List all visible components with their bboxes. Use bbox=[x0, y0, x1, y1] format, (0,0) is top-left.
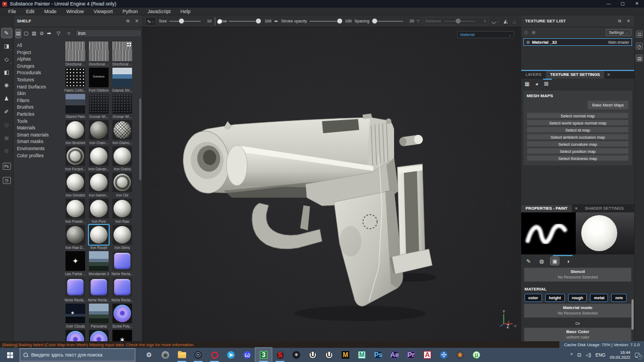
shelf-resource[interactable]: Iron Grinded bbox=[64, 173, 87, 199]
shelf-resource[interactable]: Niche Recta... bbox=[111, 251, 134, 277]
folder-icon[interactable]: ▤ bbox=[16, 29, 21, 38]
tab-properties-paint[interactable]: PROPERTIES - PAINT bbox=[521, 205, 572, 212]
polygon-fill-tool[interactable]: ◧ bbox=[2, 68, 12, 77]
clock[interactable]: 16:44 09.03.2022 bbox=[610, 350, 630, 360]
volume-icon[interactable]: ◁) bbox=[586, 352, 591, 358]
material-ball-icon[interactable]: ◑ bbox=[564, 257, 572, 265]
distance-slider[interactable] bbox=[444, 21, 475, 22]
close-button[interactable]: ✕ bbox=[630, 0, 644, 8]
resource-thumbnail[interactable] bbox=[65, 251, 85, 271]
start-button[interactable] bbox=[0, 348, 20, 362]
close-panel-icon[interactable]: ✕ bbox=[135, 19, 139, 24]
resource-thumbnail[interactable] bbox=[65, 94, 85, 114]
alpha-icon[interactable]: ◍ bbox=[538, 257, 546, 265]
texture-set-row[interactable]: ⊙ Material _32 Main shader bbox=[523, 38, 632, 46]
symmetry-settings-icon[interactable]: ◎ bbox=[2, 120, 12, 129]
gear-settings-icon[interactable]: ⚙ bbox=[2, 146, 12, 156]
fill-settings-icon[interactable]: ▦ bbox=[524, 80, 529, 87]
menu-item-help[interactable]: Help bbox=[175, 8, 195, 15]
photoshop-icon[interactable]: Ps bbox=[370, 348, 386, 362]
size-slider-handle[interactable] bbox=[179, 19, 184, 23]
stroke-opacity-slider-handle[interactable] bbox=[337, 19, 342, 23]
eraser-tool[interactable]: ◨⌄ bbox=[2, 41, 12, 51]
shelf-resource[interactable]: Iron Pure bbox=[87, 199, 110, 225]
shelf-category-alphas[interactable]: Alphas bbox=[16, 56, 64, 62]
shelf-resource[interactable]: Iron Chain... bbox=[87, 120, 110, 146]
audio-device-icon[interactable]: ◉ bbox=[157, 348, 174, 362]
shelf-resource[interactable] bbox=[111, 330, 134, 341]
shelf-resource[interactable]: Over Clouds bbox=[64, 304, 87, 330]
after-effects-icon[interactable]: Ae bbox=[386, 348, 403, 362]
settings-gear-icon[interactable]: ⚙ bbox=[141, 348, 157, 362]
brush-alpha-chip[interactable] bbox=[214, 17, 216, 26]
size-slider[interactable] bbox=[169, 21, 201, 22]
select-map-button[interactable]: Select position map bbox=[527, 148, 629, 154]
spacing-slider[interactable] bbox=[372, 21, 403, 22]
resource-thumbnail[interactable] bbox=[112, 41, 132, 61]
shelf-category-procedurals[interactable]: Procedurals bbox=[16, 70, 64, 75]
shelf-resource[interactable]: Grunge Wi... bbox=[111, 94, 134, 120]
shelf-resource[interactable]: Iron Forged... bbox=[64, 146, 87, 173]
paint-tool[interactable]: ✎⌄ bbox=[2, 28, 12, 38]
shelf-category-smart-materials[interactable]: Smart materials bbox=[16, 132, 64, 138]
blue-app-icon[interactable]: ✣ bbox=[436, 348, 452, 362]
menu-item-mode[interactable]: Mode bbox=[39, 8, 62, 15]
shelf-category-skin[interactable]: Skin bbox=[16, 91, 64, 96]
telegram-icon[interactable]: ➤ bbox=[223, 348, 239, 362]
tab-texture-set-settings[interactable]: TEXTURE SET SETTINGS bbox=[546, 71, 604, 79]
shelf-resource[interactable]: Panorama bbox=[87, 304, 110, 330]
display-settings-icon[interactable]: ⊡ bbox=[636, 31, 643, 38]
tray-expand-icon[interactable]: ^ bbox=[570, 352, 573, 358]
resource-thumbnail[interactable] bbox=[112, 225, 132, 245]
float-panel-icon[interactable]: ⧉ bbox=[618, 19, 622, 24]
3ds-max-icon[interactable]: 3 bbox=[255, 348, 272, 362]
resource-thumbnail[interactable] bbox=[65, 277, 85, 297]
shelf-category-environments[interactable]: Environments bbox=[16, 146, 64, 151]
shelf-category-textures[interactable]: Textures bbox=[16, 77, 64, 82]
viewport-3d[interactable]: Material ⌄ Y x Z -U bbox=[142, 27, 521, 341]
brush-icon[interactable]: ✎ bbox=[524, 257, 533, 265]
shelf-resource[interactable]: Iron Rough bbox=[87, 225, 110, 251]
resource-thumbnail[interactable] bbox=[112, 173, 132, 192]
shelf-resource[interactable]: Fabric Celtic... bbox=[64, 68, 87, 94]
settings-dropdown[interactable]: Settings ⌄ bbox=[606, 29, 631, 36]
resource-thumbnail[interactable] bbox=[112, 304, 132, 323]
select-map-button[interactable]: Select curvature map bbox=[527, 141, 629, 147]
shelf-resource[interactable]: Iron Shiny bbox=[111, 225, 134, 251]
menu-item-viewport[interactable]: Viewport bbox=[89, 8, 118, 15]
select-map-button[interactable]: Select ambient occlusion map bbox=[527, 134, 629, 140]
shelf-resource[interactable] bbox=[64, 330, 87, 341]
shelf-category-hard-surfaces[interactable]: Hard Surfaces bbox=[16, 84, 64, 90]
ring-filter-icon[interactable]: ○ bbox=[65, 29, 73, 38]
select-map-button[interactable]: Select world space normal map bbox=[527, 120, 629, 126]
discord-icon[interactable]: ω bbox=[239, 348, 255, 362]
unreal-engine-icon[interactable]: U bbox=[305, 348, 321, 362]
shelf-resource[interactable]: Iron Brushed bbox=[64, 120, 87, 146]
float-panel-icon[interactable]: ⧉ bbox=[127, 19, 130, 24]
shelf-category-all[interactable]: All bbox=[16, 43, 64, 48]
channel-toggle-color[interactable]: color bbox=[524, 294, 542, 302]
filter-icon[interactable]: ▽ bbox=[55, 29, 63, 38]
lazy-mouse-icon[interactable]: ◡⌄ bbox=[492, 19, 499, 24]
shelf-resource[interactable]: Iron Hamm... bbox=[87, 173, 110, 199]
visibility-eye-icon[interactable]: ⊙ bbox=[526, 40, 530, 45]
shelf-category-filters[interactable]: Filters bbox=[16, 98, 64, 103]
maya-icon[interactable]: M bbox=[337, 348, 354, 362]
resource-thumbnail[interactable] bbox=[65, 330, 85, 341]
shelf-category-brushes[interactable]: Brushes bbox=[16, 104, 64, 110]
resource-thumbnail[interactable] bbox=[65, 225, 85, 245]
language-indicator[interactable]: ENG bbox=[595, 352, 605, 358]
new-resource-icon[interactable]: ▢ bbox=[24, 29, 29, 38]
resource-thumbnail[interactable] bbox=[112, 199, 132, 218]
falloff-icon[interactable]: ✒ bbox=[274, 19, 278, 24]
steam-icon[interactable]: ☉ bbox=[190, 348, 206, 362]
resource-thumbnail[interactable] bbox=[112, 251, 132, 271]
shelf-search-input[interactable] bbox=[75, 29, 141, 37]
resources-plugin-icon[interactable]: ◳ bbox=[3, 177, 11, 184]
stroke-opacity-slider[interactable] bbox=[309, 21, 341, 22]
premiere-icon[interactable]: Pr bbox=[403, 348, 419, 362]
resource-thumbnail[interactable] bbox=[89, 251, 109, 271]
resource-thumbnail[interactable] bbox=[89, 146, 109, 166]
resource-thumbnail[interactable] bbox=[89, 225, 109, 245]
network-icon[interactable]: ⊡ bbox=[577, 352, 582, 358]
